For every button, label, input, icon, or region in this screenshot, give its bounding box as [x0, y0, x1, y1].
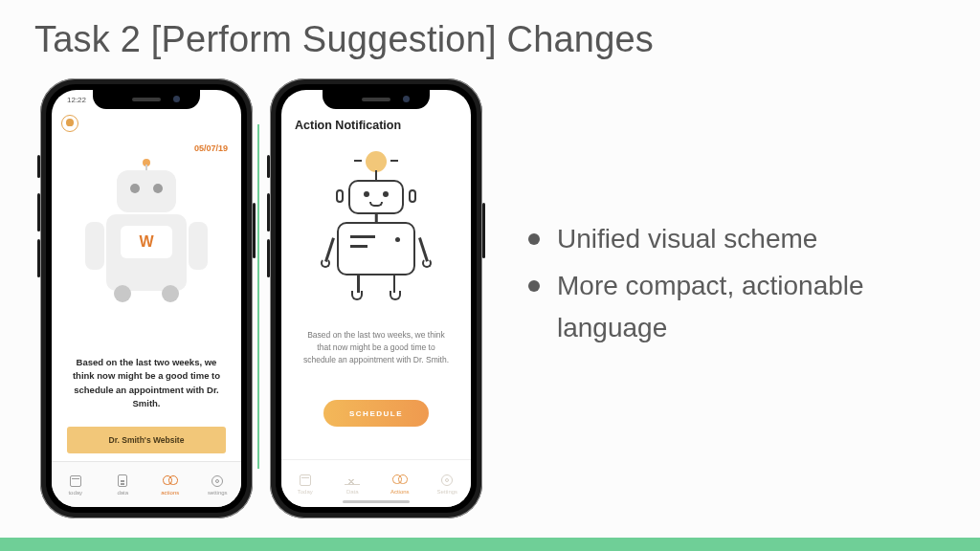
tab-label: Today	[298, 489, 313, 495]
robot-illustration: W	[83, 159, 210, 302]
robot-panel-text: W	[121, 226, 172, 258]
chart-icon	[345, 474, 360, 487]
tab-data[interactable]: data	[100, 462, 147, 507]
tab-label: Settings	[436, 489, 457, 495]
bullet-text: More compact, actionable language	[557, 265, 949, 348]
calendar-icon	[68, 474, 83, 488]
bullet-list: Unified visual scheme More compact, acti…	[528, 218, 949, 354]
tab-label: Data	[346, 489, 359, 495]
lightbulb-icon	[366, 151, 387, 172]
calendar-icon	[298, 474, 313, 487]
bullet-item: Unified visual scheme	[528, 218, 949, 259]
actions-icon	[163, 474, 178, 488]
suggestion-message: Based on the last two weeks, we think th…	[302, 329, 450, 367]
gear-icon	[439, 474, 455, 487]
phone-mockup-before: 12:22 05/07/19 W Based on the last two w…	[40, 78, 253, 518]
schedule-button[interactable]: SCHEDULE	[323, 400, 429, 427]
website-button[interactable]: Dr. Smith's Website	[67, 427, 226, 453]
phone-divider	[257, 124, 259, 469]
phone-mockup-after: Action Notification Based on the last tw…	[270, 78, 482, 518]
tab-bar: Today Data Actions Settings	[281, 459, 471, 507]
home-indicator	[343, 500, 410, 503]
tab-label: Actions	[390, 489, 410, 495]
bullet-dot-icon	[528, 280, 540, 292]
date-label: 05/07/19	[194, 143, 228, 153]
tab-label: today	[68, 490, 82, 496]
robot-illustration	[319, 151, 434, 304]
actions-icon	[392, 474, 408, 487]
bullet-item: More compact, actionable language	[528, 265, 949, 348]
tab-bar: today data actions settings	[52, 461, 241, 507]
slide-title: Task 2 [Perform Suggestion] Changes	[34, 19, 654, 60]
tab-today[interactable]: Today	[281, 460, 329, 507]
screen-header: Action Notification	[295, 119, 401, 132]
tab-today[interactable]: today	[52, 462, 100, 507]
tab-label: actions	[161, 490, 179, 496]
gear-icon	[210, 474, 225, 488]
tab-actions[interactable]: actions	[146, 462, 194, 507]
tab-label: settings	[208, 490, 228, 496]
status-time: 12:22	[67, 96, 86, 104]
phone-screen: Action Notification Based on the last tw…	[281, 90, 471, 507]
bullet-text: Unified visual scheme	[557, 218, 817, 259]
phone-screen: 12:22 05/07/19 W Based on the last two w…	[52, 90, 241, 507]
profile-avatar-icon[interactable]	[61, 115, 78, 132]
slide: Task 2 [Perform Suggestion] Changes Unif…	[0, 0, 980, 551]
bullet-dot-icon	[528, 233, 540, 245]
tab-label: data	[117, 490, 128, 496]
data-icon	[115, 474, 130, 488]
slide-footer-bar	[0, 538, 980, 551]
suggestion-message: Based on the last two weeks, we think no…	[69, 356, 224, 410]
